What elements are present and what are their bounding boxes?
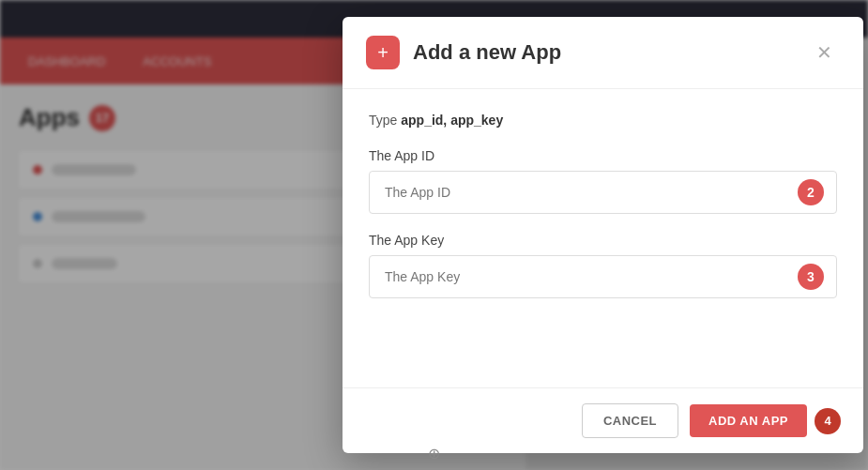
add-app-modal: + Add a new App ✕ Type app_id, app_key T… [343, 17, 863, 453]
modal-icon: + [366, 36, 400, 69]
type-hint-bold: app_id, app_key [401, 113, 503, 128]
type-hint-prefix: Type [369, 113, 401, 128]
app-id-input[interactable] [369, 171, 837, 214]
step-badge-4: 4 [815, 408, 841, 434]
add-app-button[interactable]: ADD AN APP [690, 404, 807, 437]
modal-body: Type app_id, app_key The App ID 2 The Ap… [343, 89, 863, 387]
app-key-field-group: The App Key 3 [369, 233, 837, 298]
app-key-wrapper: 3 [369, 255, 837, 298]
modal-footer: CANCEL ADD AN APP 4 [343, 387, 863, 453]
plus-icon: + [377, 42, 388, 64]
cursor-indicator: ⊕ [428, 445, 440, 462]
app-id-wrapper: 2 [369, 171, 837, 214]
add-app-button-group: ADD AN APP 4 [690, 404, 841, 437]
modal-title: Add a new App [413, 40, 796, 65]
app-id-label: The App ID [369, 148, 837, 163]
type-hint: Type app_id, app_key [369, 113, 837, 128]
app-key-label: The App Key [369, 233, 837, 248]
app-id-field-group: The App ID 2 [369, 148, 837, 214]
cancel-button[interactable]: CANCEL [582, 403, 678, 438]
modal-close-button[interactable]: ✕ [809, 39, 840, 66]
modal-header: + Add a new App ✕ [343, 17, 863, 89]
app-key-input[interactable] [369, 255, 837, 298]
